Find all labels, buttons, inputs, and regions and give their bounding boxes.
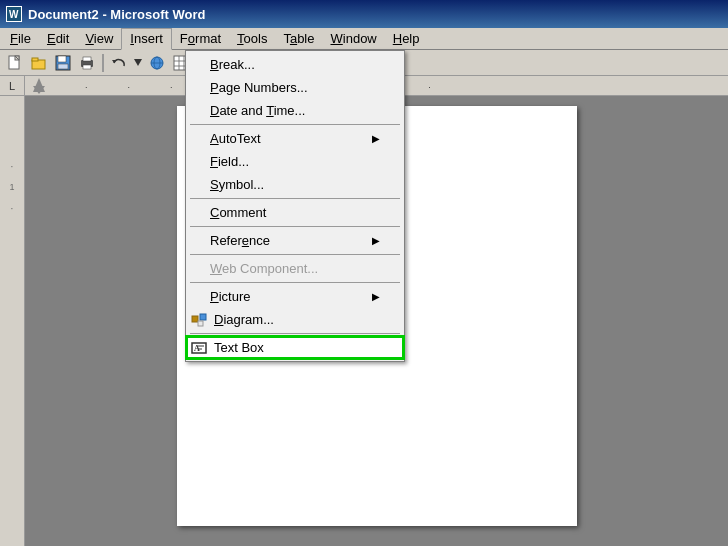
menu-item-comment[interactable]: Comment xyxy=(186,201,404,224)
diagram-label: Diagram... xyxy=(210,312,274,327)
menu-file[interactable]: File xyxy=(2,29,39,48)
left-sidebar: L · 1 · xyxy=(0,76,25,546)
menu-view[interactable]: View xyxy=(77,29,121,48)
menu-item-page-numbers[interactable]: Page Numbers... xyxy=(186,76,404,99)
tab-selector[interactable]: L xyxy=(9,80,15,92)
menu-item-symbol[interactable]: Symbol... xyxy=(186,173,404,196)
field-label: Field... xyxy=(210,154,249,169)
title-bar: W Document2 - Microsoft Word xyxy=(0,0,728,28)
svg-rect-28 xyxy=(200,314,206,320)
menu-table[interactable]: Table xyxy=(275,29,322,48)
menu-bar: File Edit View Insert Format Tools Table… xyxy=(0,28,728,50)
svg-rect-29 xyxy=(198,321,203,326)
svg-rect-11 xyxy=(83,57,91,61)
svg-rect-27 xyxy=(192,316,198,322)
reference-label: Reference xyxy=(210,233,270,248)
menu-item-field[interactable]: Field... xyxy=(186,150,404,173)
menu-separator-5 xyxy=(190,282,400,283)
menu-tools[interactable]: Tools xyxy=(229,29,275,48)
reference-arrow: ▶ xyxy=(372,235,380,246)
undo-dropdown[interactable] xyxy=(132,52,144,74)
svg-rect-9 xyxy=(58,64,68,69)
date-time-label: Date and Time... xyxy=(210,103,305,118)
menu-separator-4 xyxy=(190,254,400,255)
menu-item-text-box[interactable]: A Text Box xyxy=(186,336,404,359)
toolbar-separator-1 xyxy=(102,54,104,72)
undo-button[interactable] xyxy=(108,52,130,74)
autotext-label: AutoText xyxy=(210,131,261,146)
text-box-icon: A xyxy=(190,339,208,357)
menu-item-web-component[interactable]: Web Component... xyxy=(186,257,404,280)
picture-arrow: ▶ xyxy=(372,291,380,302)
text-box-label: Text Box xyxy=(210,340,264,355)
globe-button[interactable] xyxy=(146,52,168,74)
menu-item-reference[interactable]: Reference ▶ xyxy=(186,229,404,252)
svg-marker-26 xyxy=(33,86,45,94)
menu-item-break[interactable]: Break... xyxy=(186,53,404,76)
svg-text:W: W xyxy=(9,9,19,20)
open-button[interactable] xyxy=(28,52,50,74)
svg-rect-8 xyxy=(58,56,66,62)
web-component-label: Web Component... xyxy=(210,261,318,276)
menu-separator-2 xyxy=(190,198,400,199)
symbol-label: Symbol... xyxy=(210,177,264,192)
menu-separator-6 xyxy=(190,333,400,334)
picture-label: Picture xyxy=(210,289,250,304)
page-numbers-label: Page Numbers... xyxy=(210,80,308,95)
window-title: Document2 - Microsoft Word xyxy=(28,7,205,22)
menu-item-diagram[interactable]: Diagram... xyxy=(186,308,404,331)
insert-dropdown: Break... Page Numbers... Date and Time..… xyxy=(185,50,405,362)
diagram-icon xyxy=(190,311,208,329)
menu-item-date-time[interactable]: Date and Time... xyxy=(186,99,404,122)
menu-insert[interactable]: Insert xyxy=(121,28,172,50)
menu-separator-1 xyxy=(190,124,400,125)
save-button[interactable] xyxy=(52,52,74,74)
vertical-ruler: · 1 · xyxy=(0,96,25,220)
svg-marker-14 xyxy=(134,59,142,66)
menu-window[interactable]: Window xyxy=(323,29,385,48)
new-button[interactable] xyxy=(4,52,26,74)
comment-label: Comment xyxy=(210,205,266,220)
print-button[interactable] xyxy=(76,52,98,74)
menu-item-autotext[interactable]: AutoText ▶ xyxy=(186,127,404,150)
autotext-arrow: ▶ xyxy=(372,133,380,144)
app-icon: W xyxy=(6,6,22,22)
ruler-corner: L xyxy=(0,76,25,96)
menu-item-picture[interactable]: Picture ▶ xyxy=(186,285,404,308)
menu-help[interactable]: Help xyxy=(385,29,428,48)
break-label: Break... xyxy=(210,57,255,72)
menu-format[interactable]: Format xyxy=(172,29,229,48)
menu-separator-3 xyxy=(190,226,400,227)
svg-rect-6 xyxy=(32,58,38,61)
svg-rect-12 xyxy=(83,65,91,69)
menu-edit[interactable]: Edit xyxy=(39,29,77,48)
insert-menu: Break... Page Numbers... Date and Time..… xyxy=(185,50,405,362)
